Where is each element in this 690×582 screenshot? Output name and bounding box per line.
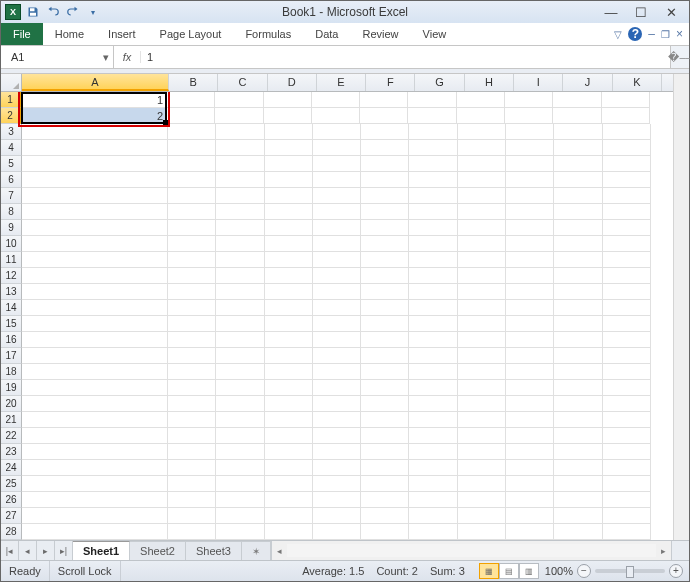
cell[interactable] [409, 412, 457, 428]
cell[interactable] [216, 380, 264, 396]
cell[interactable] [603, 332, 651, 348]
cell[interactable] [603, 444, 651, 460]
cell[interactable] [458, 316, 506, 332]
cell[interactable] [265, 124, 313, 140]
column-header[interactable]: D [268, 74, 317, 91]
cell[interactable] [554, 476, 602, 492]
fx-icon[interactable]: fx [114, 51, 141, 63]
cell[interactable] [216, 188, 264, 204]
cell[interactable] [409, 396, 457, 412]
cell[interactable] [216, 444, 264, 460]
cell[interactable] [312, 92, 360, 108]
cell[interactable] [216, 428, 264, 444]
cell[interactable] [458, 204, 506, 220]
cell[interactable] [216, 412, 264, 428]
cell[interactable] [22, 300, 168, 316]
cell[interactable] [22, 156, 168, 172]
zoom-in-button[interactable]: + [669, 564, 683, 578]
cell[interactable] [409, 156, 457, 172]
cell[interactable] [22, 236, 168, 252]
cell[interactable] [409, 476, 457, 492]
cell[interactable] [313, 508, 361, 524]
cell[interactable] [22, 332, 168, 348]
row-header[interactable]: 8 [1, 204, 22, 220]
view-normal-icon[interactable]: ▦ [479, 563, 499, 579]
cell[interactable] [22, 476, 168, 492]
cell[interactable] [506, 220, 554, 236]
cell[interactable] [506, 508, 554, 524]
cell[interactable] [506, 412, 554, 428]
cell[interactable] [216, 252, 264, 268]
cell[interactable] [554, 300, 602, 316]
cell[interactable] [603, 188, 651, 204]
cell[interactable] [313, 460, 361, 476]
minimize-button[interactable]: — [603, 4, 619, 20]
cell[interactable] [603, 524, 651, 540]
cell[interactable] [603, 268, 651, 284]
tab-data[interactable]: Data [303, 23, 350, 45]
cell[interactable] [505, 108, 553, 124]
cell[interactable] [506, 140, 554, 156]
cell[interactable] [313, 476, 361, 492]
row-header[interactable]: 13 [1, 284, 22, 300]
cell[interactable] [506, 332, 554, 348]
column-header[interactable]: H [465, 74, 514, 91]
cell[interactable] [168, 508, 216, 524]
cell[interactable] [265, 316, 313, 332]
row-header[interactable]: 9 [1, 220, 22, 236]
new-sheet-button[interactable]: ✶ [242, 541, 271, 560]
cell[interactable] [22, 460, 168, 476]
cell[interactable] [265, 380, 313, 396]
cell[interactable] [603, 316, 651, 332]
cell[interactable] [168, 172, 216, 188]
cell[interactable] [554, 316, 602, 332]
cell[interactable] [312, 108, 360, 124]
cell[interactable] [22, 316, 168, 332]
tab-page-layout[interactable]: Page Layout [148, 23, 234, 45]
cell[interactable] [457, 92, 505, 108]
cell[interactable] [265, 204, 313, 220]
cell[interactable] [264, 92, 312, 108]
cell[interactable] [409, 300, 457, 316]
cell[interactable] [361, 204, 409, 220]
row-header[interactable]: 7 [1, 188, 22, 204]
cell[interactable] [554, 252, 602, 268]
cell[interactable] [361, 508, 409, 524]
cell[interactable] [313, 204, 361, 220]
cell[interactable] [361, 476, 409, 492]
cell[interactable] [168, 220, 216, 236]
cell[interactable] [458, 268, 506, 284]
row-header[interactable]: 27 [1, 508, 22, 524]
cell[interactable] [409, 140, 457, 156]
cell[interactable] [602, 108, 650, 124]
sheet-nav-first-icon[interactable]: |◂ [1, 541, 19, 560]
cell[interactable] [216, 332, 264, 348]
column-header[interactable]: I [514, 74, 563, 91]
cell[interactable] [506, 380, 554, 396]
cell[interactable] [554, 460, 602, 476]
cell[interactable] [554, 364, 602, 380]
cell[interactable] [265, 332, 313, 348]
cell[interactable] [554, 284, 602, 300]
zoom-slider[interactable] [595, 569, 665, 573]
row-header[interactable]: 25 [1, 476, 22, 492]
sheet-tab[interactable]: Sheet3 [186, 541, 242, 560]
cell[interactable] [554, 220, 602, 236]
cell[interactable] [603, 284, 651, 300]
cell[interactable] [313, 332, 361, 348]
cell[interactable] [603, 460, 651, 476]
cell[interactable] [506, 524, 554, 540]
cell[interactable] [168, 204, 216, 220]
cell[interactable] [265, 508, 313, 524]
cell[interactable] [360, 92, 408, 108]
cell[interactable] [554, 188, 602, 204]
tab-view[interactable]: View [411, 23, 459, 45]
cell[interactable] [265, 428, 313, 444]
cell[interactable] [265, 396, 313, 412]
cell[interactable] [409, 268, 457, 284]
column-header[interactable]: F [366, 74, 415, 91]
cell[interactable] [265, 236, 313, 252]
cell[interactable] [506, 156, 554, 172]
cell[interactable] [265, 284, 313, 300]
cell[interactable] [554, 204, 602, 220]
